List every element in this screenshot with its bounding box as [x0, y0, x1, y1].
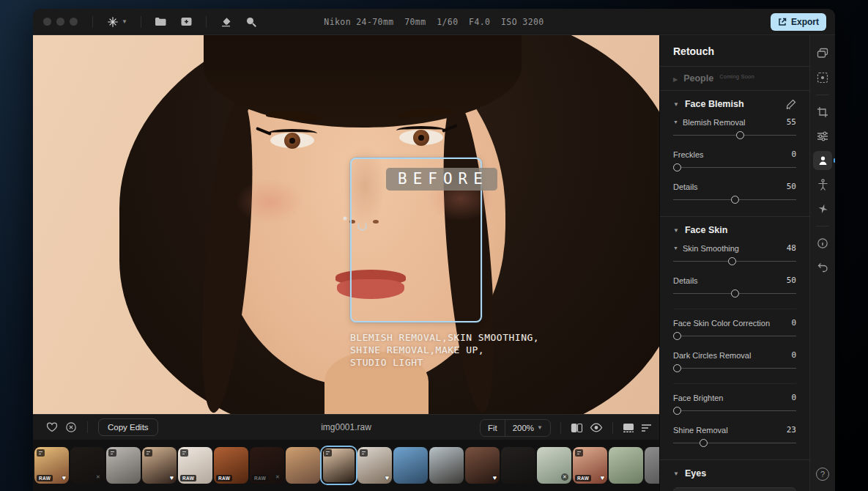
filmstrip-toggle-button[interactable] [623, 423, 634, 433]
section-title: Face Skin [685, 225, 796, 235]
filmstrip-thumbnail[interactable] [645, 447, 659, 484]
sparkle-icon [817, 204, 828, 215]
adjustments-tool[interactable] [813, 127, 832, 146]
filmstrip-thumbnail[interactable] [501, 447, 535, 484]
ai-enhance-tool[interactable] [813, 199, 832, 218]
help-button[interactable]: ? [816, 468, 829, 481]
reject-icon: ✕ [274, 473, 281, 481]
filmstrip-thumbnail[interactable]: ♥ [465, 447, 500, 484]
zoom-tool-button[interactable] [242, 13, 260, 31]
chevron-down-icon: ▼ [122, 18, 127, 25]
filmstrip-thumbnail[interactable]: RAW ♥ [573, 447, 607, 484]
edited-badge [180, 449, 188, 457]
filmstrip-thumbnail[interactable]: ♥ [357, 447, 392, 484]
slider-skin-details: Details 50 [673, 276, 796, 301]
filmstrip-thumbnail[interactable] [106, 447, 141, 484]
slider-track[interactable] [673, 436, 796, 451]
export-icon [778, 18, 787, 26]
slider-knob[interactable] [673, 163, 681, 171]
info-circle-icon [817, 237, 828, 249]
edited-badge [324, 449, 332, 457]
slider-value: 0 [791, 318, 796, 328]
slider-knob[interactable] [673, 332, 681, 340]
filmstrip-thumbnail[interactable]: RAW ♥ [34, 447, 69, 484]
filmstrip-thumbnail[interactable]: ♥ [142, 447, 177, 484]
slider-track[interactable] [673, 404, 796, 418]
slider-knob[interactable] [731, 196, 739, 204]
undo-arrow-icon [817, 262, 828, 273]
open-folder-button[interactable] [152, 13, 170, 30]
portrait-retouch-tool[interactable] [813, 151, 832, 170]
window-close-button[interactable] [43, 18, 51, 26]
window-minimize-button[interactable] [56, 18, 64, 26]
filmstrip-thumbnail[interactable]: RAW ✕ [250, 447, 284, 484]
slider-knob[interactable] [728, 257, 736, 265]
chevron-down-icon[interactable]: ▼ [673, 246, 678, 251]
layers-tool[interactable] [813, 44, 832, 63]
iris-preset-dropdown[interactable]: Original Iris ⌃⌄ [673, 487, 796, 491]
slider-dark-circles: Dark Circles Removal 0 [673, 350, 796, 376]
filmstrip-thumbnail[interactable]: ✕ [70, 447, 105, 484]
fit-button[interactable]: Fit [481, 420, 505, 436]
crop-tool[interactable] [813, 103, 832, 122]
heart-icon: ♥ [493, 474, 497, 481]
slider-track[interactable] [673, 287, 796, 301]
info-button[interactable] [813, 234, 832, 253]
eye-icon [590, 423, 603, 432]
brush-edit-icon[interactable] [786, 99, 796, 109]
export-button[interactable]: Export [771, 13, 826, 31]
layers-icon [817, 48, 828, 59]
filmstrip-thumbnail[interactable]: ✕ [537, 447, 571, 484]
slider-knob[interactable] [736, 131, 744, 139]
chevron-down-icon[interactable]: ▼ [673, 119, 678, 125]
raw-badge: RAW [216, 475, 232, 481]
slider-track[interactable] [673, 361, 796, 376]
slider-track[interactable] [673, 160, 796, 175]
preview-toggle-button[interactable] [590, 423, 603, 432]
filmstrip-thumbnail[interactable]: RAW [214, 447, 248, 484]
filmstrip-thumbnail[interactable]: RAW [178, 447, 212, 484]
window-maximize-button[interactable] [70, 18, 78, 26]
slider-label: Face Skin Color Correction [673, 319, 787, 328]
statusbar-divider [612, 422, 613, 434]
section-face-blemish-header[interactable]: ▼ Face Blemish [673, 91, 796, 111]
portrait-blush [235, 179, 305, 224]
slider-track[interactable] [673, 254, 796, 269]
section-people[interactable]: ▶ People Coming Soon [673, 67, 796, 90]
slider-label: Details [673, 182, 782, 191]
sort-button[interactable] [641, 424, 652, 432]
slider-label: Shine Removal [673, 426, 782, 435]
filmstrip-thumbnail[interactable] [393, 447, 428, 484]
filmstrip-thumbnail[interactable] [322, 447, 356, 484]
slider-knob[interactable] [700, 439, 708, 447]
sort-lines-icon [641, 424, 652, 432]
slider-track[interactable] [673, 329, 796, 344]
slider-track[interactable] [673, 193, 796, 207]
filmstrip-thumbnail[interactable] [429, 447, 464, 484]
favorite-button[interactable] [46, 422, 58, 432]
body-figure-icon [817, 179, 828, 191]
filmstrip-thumbnail[interactable] [286, 447, 320, 484]
filmstrip-thumbnail[interactable] [609, 447, 643, 484]
slider-knob[interactable] [673, 407, 681, 415]
split-view-button[interactable] [571, 423, 583, 433]
ai-presets-button[interactable]: ▼ [103, 12, 130, 32]
slider-track[interactable] [673, 128, 796, 143]
copy-edits-button[interactable]: Copy Edits [98, 418, 158, 436]
nose-stud [344, 217, 346, 220]
eraser-tool-button[interactable] [217, 13, 235, 30]
selection-tool[interactable] [813, 68, 832, 87]
section-face-skin-header[interactable]: ▼ Face Skin [673, 217, 796, 237]
body-retouch-tool[interactable] [813, 175, 832, 194]
statusbar-divider [87, 421, 88, 433]
section-eyes-header[interactable]: ▼ Eyes [673, 460, 796, 480]
slider-knob[interactable] [673, 364, 681, 372]
undo-button[interactable] [813, 258, 832, 277]
window-controls[interactable] [43, 18, 78, 26]
slider-value: 0 [791, 393, 796, 402]
slider-knob[interactable] [731, 289, 739, 298]
zoom-level-dropdown[interactable]: 200% ▼ [505, 420, 550, 436]
reject-button[interactable] [65, 421, 77, 433]
add-image-button[interactable] [177, 13, 196, 30]
image-canvas[interactable]: BEFORE BLEMISH REMOVAL,SKIN SMOOTHING, S… [33, 35, 659, 414]
